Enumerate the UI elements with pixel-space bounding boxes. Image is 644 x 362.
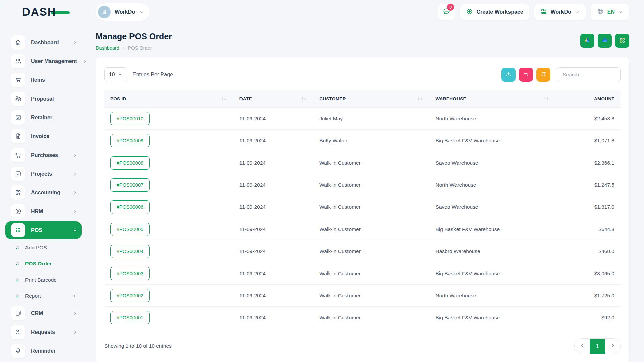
workspace-selector[interactable]: WorkDo — [96, 3, 150, 21]
date-cell: 11-09-2024 — [233, 240, 314, 262]
plus-circle-icon — [466, 8, 473, 16]
sidebar-item-pos-order[interactable]: POS Order — [5, 256, 82, 272]
entries-per-page-select[interactable]: 10 — [104, 67, 127, 82]
sidebar-item-reminder[interactable]: Reminder — [5, 342, 82, 360]
table-row: #POS00004 11-09-2024 Walk-in Customer Ha… — [104, 240, 621, 262]
sidebar-item-print-barcode[interactable]: Print Barcode — [5, 272, 82, 288]
date-cell: 11-09-2024 — [233, 218, 314, 240]
warehouse-cell: Saveo Warehouse — [430, 196, 556, 218]
date-cell: 11-09-2024 — [233, 196, 314, 218]
amount-cell: $644.8 — [556, 218, 621, 240]
customer-cell: Buffy Walter — [313, 130, 429, 152]
column-header-date[interactable]: DATE↑↓ — [233, 90, 314, 108]
topbar-actions: 0 Create Workspace WorkDo — [438, 4, 629, 20]
sort-icon: ↑↓ — [301, 97, 307, 101]
quick-actions — [580, 34, 629, 48]
pos-id-link[interactable]: #POS00001 — [110, 311, 150, 324]
sidebar-item-report[interactable]: Report — [5, 288, 82, 304]
refresh-button[interactable] — [536, 68, 550, 82]
table-row: #POS00007 11-09-2024 Walk-in Customer No… — [104, 174, 621, 196]
warehouse-cell: Big Basket F&V Warehouse — [430, 307, 556, 329]
pos-id-link[interactable]: #POS00009 — [110, 134, 150, 147]
search-input[interactable] — [557, 67, 621, 82]
swap-squares-icon — [11, 92, 25, 106]
sidebar-item-purchases[interactable]: Purchases — [5, 146, 82, 164]
building-icon — [98, 6, 111, 18]
breadcrumb-dashboard-link[interactable]: Dashboard — [96, 45, 119, 51]
amount-cell: $3,065.0 — [556, 262, 621, 285]
logo-text: DASH — [22, 6, 56, 18]
column-header-customer[interactable]: CUSTOMER↑↓ — [313, 90, 429, 108]
sidebar-item-items[interactable]: Items — [5, 71, 82, 89]
main-content: Manage POS Order Dashboard › POS Order — [86, 24, 644, 362]
document-icon — [11, 129, 25, 143]
sidebar-item-requests[interactable]: Requests — [5, 323, 82, 341]
table-row: #POS00008 11-09-2024 Walk-in Customer Sa… — [104, 152, 621, 174]
bell-icon — [11, 344, 25, 358]
pos-id-link[interactable]: #POS00008 — [110, 156, 150, 170]
bullet-icon — [15, 261, 20, 266]
column-header-amount[interactable]: AMOUNT — [556, 90, 621, 108]
grid-plus-icon — [540, 8, 547, 16]
export-download-button[interactable] — [501, 68, 516, 82]
language-dropdown[interactable]: EN — [591, 4, 629, 20]
undo-button[interactable] — [519, 68, 533, 82]
cart-icon — [11, 73, 25, 87]
workspace-selector-label: WorkDo — [115, 9, 135, 15]
pos-id-link[interactable]: #POS00006 — [110, 200, 150, 214]
sidebar-item-proposal[interactable]: Proposal — [5, 90, 82, 108]
workspace-dropdown-label: WorkDo — [551, 9, 571, 15]
messages-button[interactable]: 0 — [438, 4, 455, 20]
sidebar-item-invoice[interactable]: Invoice — [5, 127, 82, 145]
table-row: #POS00005 11-09-2024 Walk-in Customer Bi… — [104, 218, 621, 240]
warehouse-cell: Big Basket F&V Warehouse — [430, 218, 556, 240]
date-cell: 11-09-2024 — [233, 262, 314, 285]
column-header-pos-id[interactable]: POS ID↑↓ — [104, 90, 233, 108]
onedrive-icon — [601, 37, 608, 45]
pagination-next-button[interactable] — [605, 339, 620, 354]
pos-order-table: POS ID↑↓ DATE↑↓ CUSTOMER↑↓ WAREHOUSE↑↓ A — [104, 90, 621, 329]
pos-id-link[interactable]: #POS00005 — [110, 223, 150, 236]
sidebar-item-projects[interactable]: Projects — [5, 165, 82, 183]
column-header-warehouse[interactable]: WAREHOUSE↑↓ — [430, 90, 556, 108]
pagination-prev-button[interactable] — [575, 339, 590, 354]
pagination-page-1-button[interactable]: 1 — [590, 339, 605, 354]
google-drive-button[interactable] — [580, 34, 594, 48]
save-icon — [11, 110, 25, 125]
chevron-down-icon — [73, 228, 77, 233]
sidebar-item-retainer[interactable]: Retainer — [5, 109, 82, 126]
logo-accent-dot — [0, 4, 0, 7]
date-cell: 11-09-2024 — [233, 307, 314, 329]
amount-cell: $460.0 — [556, 240, 621, 262]
warehouse-cell: North Warehouse — [430, 285, 556, 307]
pos-id-link[interactable]: #POS00010 — [110, 112, 150, 125]
sidebar-item-user-management[interactable]: User Management — [5, 52, 82, 70]
sidebar-item-pos[interactable]: POS — [5, 221, 82, 239]
sidebar-item-crm[interactable]: CRM — [5, 304, 82, 322]
pos-id-link[interactable]: #POS00002 — [110, 289, 150, 302]
chevron-down-icon — [118, 72, 122, 77]
customer-cell: Walk-in Customer — [313, 307, 429, 329]
workspace-dropdown[interactable]: WorkDo — [534, 4, 586, 20]
sort-icon: ↑↓ — [417, 97, 423, 101]
table-row: #POS00001 11-09-2024 Walk-in Customer Bi… — [104, 307, 621, 329]
customer-cell: Walk-in Customer — [313, 152, 429, 174]
pos-order-card: 10 Entries Per Page — [96, 57, 629, 362]
user-plus-icon — [11, 325, 25, 339]
dash-logo[interactable]: DASH — [0, 6, 86, 18]
chevron-right-icon — [73, 153, 77, 158]
amount-cell: $1,817.0 — [556, 196, 621, 218]
sidebar-item-accounting[interactable]: Accounting — [5, 184, 82, 201]
create-workspace-button[interactable]: Create Workspace — [460, 4, 529, 20]
grid-view-button[interactable] — [615, 34, 629, 48]
onedrive-button[interactable] — [598, 34, 612, 48]
pos-id-link[interactable]: #POS00004 — [110, 245, 150, 258]
pos-id-link[interactable]: #POS00007 — [110, 178, 150, 192]
sidebar-item-hrm[interactable]: HRM — [5, 202, 82, 220]
sidebar-item-dashboard[interactable]: Dashboard — [5, 34, 82, 51]
customer-cell: Walk-in Customer — [313, 262, 429, 285]
overlap-squares-icon — [11, 306, 25, 320]
sidebar-item-add-pos[interactable]: Add POS — [5, 240, 82, 255]
pos-id-link[interactable]: #POS00003 — [110, 267, 150, 280]
chevron-right-icon — [73, 311, 77, 316]
